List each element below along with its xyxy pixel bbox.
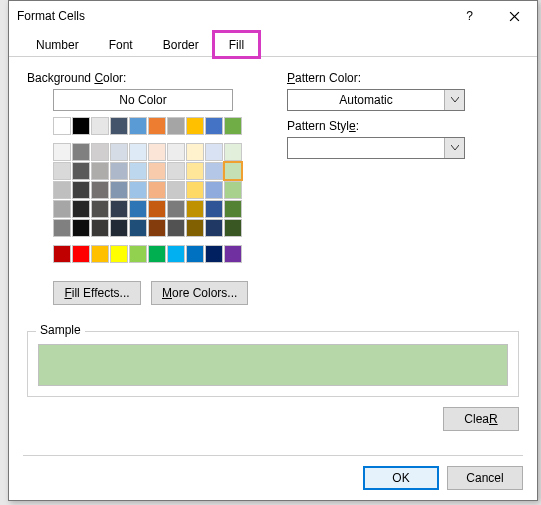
color-swatch[interactable] (72, 219, 90, 237)
color-swatch[interactable] (91, 143, 109, 161)
chevron-down-icon (444, 138, 464, 158)
color-swatch[interactable] (91, 219, 109, 237)
color-swatch[interactable] (53, 200, 71, 218)
color-swatch[interactable] (205, 143, 223, 161)
color-swatch[interactable] (186, 245, 204, 263)
color-swatch[interactable] (110, 162, 128, 180)
color-swatch[interactable] (148, 245, 166, 263)
clear-button[interactable]: CleaR (443, 407, 519, 431)
color-swatch[interactable] (91, 117, 109, 135)
color-swatch[interactable] (129, 219, 147, 237)
color-swatch[interactable] (148, 219, 166, 237)
color-swatch[interactable] (186, 219, 204, 237)
color-swatch[interactable] (110, 200, 128, 218)
color-swatch[interactable] (186, 162, 204, 180)
sample-group: Sample (27, 331, 519, 397)
color-swatch[interactable] (53, 162, 71, 180)
close-icon (509, 11, 520, 22)
color-swatch[interactable] (91, 181, 109, 199)
cancel-button[interactable]: Cancel (447, 466, 523, 490)
color-swatch[interactable] (167, 245, 185, 263)
chevron-down-icon (444, 90, 464, 110)
color-swatch[interactable] (129, 200, 147, 218)
color-swatch[interactable] (224, 117, 242, 135)
footer-separator (23, 455, 523, 456)
pattern-color-value: Automatic (288, 93, 444, 107)
color-swatch[interactable] (110, 117, 128, 135)
color-swatch[interactable] (72, 200, 90, 218)
color-swatch[interactable] (167, 200, 185, 218)
color-swatch[interactable] (224, 200, 242, 218)
color-swatch[interactable] (129, 245, 147, 263)
tab-font[interactable]: Font (94, 32, 148, 57)
color-swatch[interactable] (72, 162, 90, 180)
color-swatch[interactable] (129, 143, 147, 161)
color-swatch[interactable] (205, 245, 223, 263)
color-swatch[interactable] (53, 245, 71, 263)
color-swatch[interactable] (205, 117, 223, 135)
color-swatch[interactable] (53, 181, 71, 199)
background-color-label: Background Color: (27, 71, 257, 85)
color-swatch[interactable] (224, 219, 242, 237)
color-swatch[interactable] (110, 143, 128, 161)
color-swatch[interactable] (148, 162, 166, 180)
color-swatch[interactable] (224, 181, 242, 199)
color-swatch[interactable] (186, 181, 204, 199)
theme-color-grid (53, 143, 257, 237)
tab-strip: Number Font Border Fill (9, 31, 537, 57)
color-swatch[interactable] (167, 219, 185, 237)
color-swatch[interactable] (91, 162, 109, 180)
color-swatch[interactable] (205, 200, 223, 218)
color-swatch[interactable] (72, 117, 90, 135)
help-icon: ? (466, 9, 473, 23)
color-swatch[interactable] (148, 200, 166, 218)
color-swatch[interactable] (53, 143, 71, 161)
tab-fill[interactable]: Fill (214, 32, 259, 57)
more-colors-button[interactable]: More Colors... (151, 281, 248, 305)
color-swatch[interactable] (91, 245, 109, 263)
color-swatch[interactable] (110, 219, 128, 237)
color-swatch[interactable] (205, 181, 223, 199)
color-swatch[interactable] (205, 162, 223, 180)
color-swatch[interactable] (224, 162, 242, 180)
color-swatch[interactable] (91, 200, 109, 218)
tab-number[interactable]: Number (21, 32, 94, 57)
color-swatch[interactable] (186, 143, 204, 161)
color-swatch[interactable] (167, 143, 185, 161)
color-swatch[interactable] (186, 200, 204, 218)
dialog-footer: OK Cancel (363, 466, 523, 490)
color-swatch[interactable] (110, 245, 128, 263)
theme-color-row-0 (53, 117, 257, 135)
color-swatch[interactable] (186, 117, 204, 135)
color-swatch[interactable] (148, 117, 166, 135)
pattern-style-combo[interactable] (287, 137, 465, 159)
color-swatch[interactable] (205, 219, 223, 237)
no-color-button[interactable]: No Color (53, 89, 233, 111)
color-swatch[interactable] (129, 117, 147, 135)
tab-border[interactable]: Border (148, 32, 214, 57)
color-swatch[interactable] (53, 117, 71, 135)
format-cells-dialog: Format Cells ? Number Font Border Fill B… (8, 0, 538, 501)
color-swatch[interactable] (110, 181, 128, 199)
fill-effects-button[interactable]: Fill Effects... (53, 281, 141, 305)
close-button[interactable] (492, 1, 537, 31)
ok-button[interactable]: OK (363, 466, 439, 490)
color-swatch[interactable] (224, 143, 242, 161)
sample-preview (38, 344, 508, 386)
color-swatch[interactable] (167, 162, 185, 180)
color-swatch[interactable] (72, 245, 90, 263)
color-swatch[interactable] (72, 181, 90, 199)
color-swatch[interactable] (148, 181, 166, 199)
color-swatch[interactable] (129, 162, 147, 180)
color-swatch[interactable] (72, 143, 90, 161)
titlebar: Format Cells ? (9, 1, 537, 31)
color-swatch[interactable] (148, 143, 166, 161)
color-swatch[interactable] (129, 181, 147, 199)
color-swatch[interactable] (53, 219, 71, 237)
color-swatch[interactable] (167, 117, 185, 135)
pattern-color-label: Pattern Color: (287, 71, 519, 85)
pattern-color-combo[interactable]: Automatic (287, 89, 465, 111)
help-button[interactable]: ? (447, 1, 492, 31)
color-swatch[interactable] (224, 245, 242, 263)
color-swatch[interactable] (167, 181, 185, 199)
